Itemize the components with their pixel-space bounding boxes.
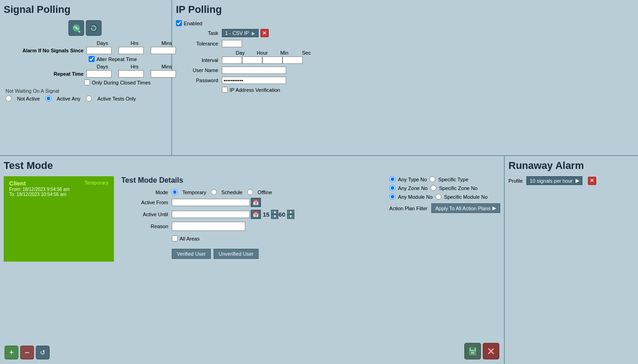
svg-point-1 (75, 27, 77, 29)
save-btn[interactable] (464, 343, 481, 359)
ip-polling-panel: IP Polling Enabled Task 1 - CSV IP ▶ ✕ T… (172, 0, 638, 155)
profile-clear-btn[interactable]: ✕ (588, 177, 596, 185)
specific-type-label: Specific Type (438, 177, 468, 182)
temp-label: Temporary (85, 180, 108, 185)
profile-label: Profile (508, 178, 523, 184)
spinner-60: ▲ ▼ (287, 210, 294, 219)
apply-all-action-plans-btn[interactable]: Apply To All Action Plans ▶ (431, 203, 500, 213)
specific-module-label: Specific Module No (444, 194, 488, 200)
ip-enabled-checkbox[interactable] (176, 20, 182, 26)
ip-verification-label: IP Address Verification (230, 87, 280, 93)
mode-schedule-radio[interactable] (211, 189, 217, 195)
profile-select[interactable]: 10 signals per hour ▶ (526, 176, 582, 185)
alarm-hrs-input[interactable]: 1 (119, 47, 144, 54)
specific-type-radio[interactable] (429, 176, 435, 182)
active-from-input[interactable]: 18/12/2023 9:54:56 am (172, 199, 250, 206)
client-from: From: 18/12/2023 9:54:56 am (9, 187, 108, 192)
client-label: Client (9, 180, 26, 187)
add-icon: + (9, 348, 14, 358)
ip-enabled-label: Enabled (184, 21, 202, 26)
closed-times-label: Only During Closed Times (92, 80, 151, 85)
all-areas-checkbox[interactable] (172, 235, 178, 241)
cancel-btn[interactable] (483, 343, 499, 359)
active-until-input[interactable]: 18/12/2023 10:54:56 am (172, 211, 250, 218)
task-select[interactable]: 1 - CSV IP ▶ (222, 29, 259, 37)
mode-offline-radio[interactable] (247, 189, 253, 195)
interval-day-header: Day (229, 50, 251, 56)
closed-times-checkbox[interactable] (84, 79, 90, 85)
task-arrow-icon: ▶ (252, 31, 255, 36)
profile-arrow-icon: ▶ (576, 178, 579, 184)
runaway-alarm-title: Runaway Alarm (508, 160, 634, 172)
signal-refresh-icon[interactable] (86, 20, 102, 36)
repeat-days-input[interactable]: 0 (86, 70, 112, 78)
alarm-mins-input[interactable]: 30 (151, 47, 176, 54)
alter-repeat-label: Alter Repeat Time (96, 56, 137, 62)
task-clear-btn[interactable]: ✕ (260, 29, 269, 37)
unverified-user-btn[interactable]: Unverified User (214, 249, 259, 259)
any-module-no-radio[interactable] (390, 194, 395, 200)
password-input[interactable] (222, 77, 286, 84)
spinner2-up-btn[interactable]: ▲ (287, 210, 294, 214)
username-input[interactable]: 1234 (222, 67, 286, 74)
specific-module-radio[interactable] (435, 194, 441, 200)
num60-label: 60 (278, 211, 285, 218)
specific-zone-radio[interactable] (430, 185, 436, 191)
not-active-radio[interactable] (6, 95, 11, 101)
remove-btn[interactable]: − (20, 346, 34, 359)
interval-label: Interval (176, 57, 222, 63)
tolerance-input[interactable]: 1 (222, 40, 242, 47)
svg-rect-11 (471, 352, 474, 354)
mode-temporary-radio[interactable] (172, 189, 178, 195)
interval-day-input[interactable]: 0 (222, 56, 242, 64)
repeat-mins-input[interactable]: 30 (151, 70, 176, 78)
col-mins: Mins (151, 40, 183, 46)
spinner-15: ▲ ▼ (271, 210, 278, 219)
active-any-radio[interactable] (45, 95, 51, 101)
apply-btn-label: Apply To All Action Plans (435, 206, 491, 211)
alarm-label: Alarm If No Signals Since (4, 48, 86, 53)
mode-offline-label: Offline (258, 190, 272, 195)
right-options: Any Type No Specific Type Any Zone No Sp… (390, 176, 500, 262)
spinner2-down-btn[interactable]: ▼ (287, 214, 294, 219)
not-active-label: Not Active (17, 96, 40, 101)
tolerance-label: Tolerance (176, 41, 222, 46)
reason-input[interactable] (172, 222, 245, 231)
refresh-icon: ↺ (40, 349, 45, 356)
verified-user-btn[interactable]: Verified User (172, 249, 211, 259)
refresh-btn[interactable]: ↺ (36, 346, 50, 359)
svg-rect-9 (471, 347, 474, 350)
test-mode-panel: Test Mode Client Temporary From: 18/12/2… (0, 156, 505, 364)
test-details: Test Mode Details Mode Temporary Schedul… (121, 176, 364, 262)
ip-verification-checkbox[interactable] (222, 87, 228, 93)
interval-hour-header: Hour (251, 50, 273, 56)
repeat-col-hrs: Hrs (119, 64, 151, 69)
interval-hour-input[interactable]: 0 (242, 56, 262, 64)
not-waiting-label: Not Waiting On A Signal (6, 88, 168, 94)
profile-value: 10 signals per hour (530, 178, 573, 184)
interval-min-input[interactable]: 0 (262, 56, 282, 64)
ip-polling-title: IP Polling (176, 4, 634, 16)
spinner-down-btn[interactable]: ▼ (271, 214, 278, 219)
active-tests-label: Active Tests Only (97, 96, 136, 101)
any-zone-no-label: Any Zone No (398, 185, 428, 191)
reason-label: Reason (121, 224, 172, 229)
interval-sec-input[interactable]: 30 (282, 56, 303, 64)
repeat-col-days: Days (86, 64, 119, 69)
test-mode-title: Test Mode (4, 160, 500, 172)
active-from-calendar-btn[interactable]: 📅 (251, 198, 261, 207)
active-tests-radio[interactable] (86, 95, 92, 101)
all-areas-label: All Areas (180, 236, 199, 241)
interval-sec-header: Sec (295, 50, 317, 56)
alter-repeat-checkbox[interactable] (89, 56, 95, 62)
signal-add-icon[interactable] (68, 20, 84, 36)
any-zone-no-radio[interactable] (390, 185, 395, 191)
active-until-calendar-btn[interactable]: 📅 (251, 210, 261, 219)
spinner-up-btn[interactable]: ▲ (271, 210, 278, 214)
test-details-title: Test Mode Details (121, 176, 364, 185)
repeat-hrs-input[interactable]: 0 (119, 70, 144, 78)
alarm-days-input[interactable]: 1 (86, 47, 112, 54)
any-type-no-radio[interactable] (390, 176, 395, 182)
client-box[interactable]: Client Temporary From: 18/12/2023 9:54:5… (4, 176, 114, 262)
add-btn[interactable]: + (5, 346, 18, 359)
